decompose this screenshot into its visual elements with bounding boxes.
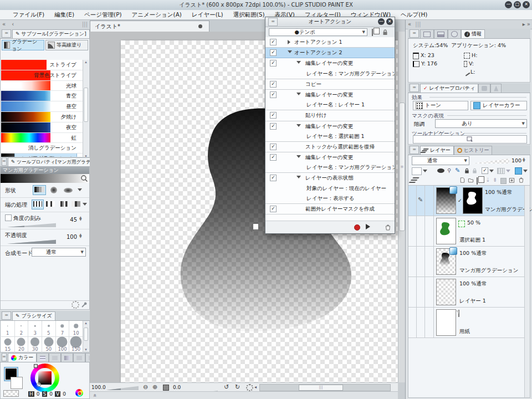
collapse-statusbar-icon[interactable]: «: [92, 393, 98, 397]
auto-action-row-13[interactable]: ✓レイヤーの表示状態: [265, 173, 395, 183]
subtool-panel-menu-icon[interactable]: ≡: [2, 29, 11, 38]
action-checkbox[interactable]: ✓: [270, 123, 277, 130]
maximize-button[interactable]: □: [514, 1, 521, 8]
shape-circle-button[interactable]: [47, 185, 60, 195]
brush-size-30[interactable]: 30: [28, 337, 42, 353]
action-checkbox[interactable]: ✓: [270, 175, 277, 181]
ruler-icon[interactable]: [497, 168, 505, 174]
tab-item-bank[interactable]: [448, 29, 461, 38]
collapse-arrow-icon[interactable]: [296, 124, 301, 127]
auto-action-row-12[interactable]: レイヤー名 : マンガ用グラデーション: [265, 162, 395, 173]
menu-item-5[interactable]: 選択範囲(S): [228, 10, 270, 19]
action-checkbox[interactable]: ✓: [270, 206, 277, 212]
horizontal-scrollbar[interactable]: |||: [259, 384, 391, 391]
layer-thumbnail[interactable]: [436, 309, 456, 336]
auto-action-row-14[interactable]: 対象のレイヤー : 現在のレイヤー: [265, 183, 395, 193]
transfer-down-icon[interactable]: ⇣: [485, 177, 490, 183]
prev-icon[interactable]: ‹: [7, 21, 14, 27]
new-layer-icon[interactable]: [459, 177, 466, 183]
record-action-icon[interactable]: [354, 224, 360, 231]
shape-dropdown-icon[interactable]: [78, 188, 82, 191]
action-checkbox[interactable]: ✓: [270, 49, 277, 56]
document-tab-modified-icon[interactable]: [198, 24, 202, 28]
action-checkbox[interactable]: ✓: [270, 154, 277, 161]
brush-size-3[interactable]: 3: [28, 321, 42, 337]
auto-action-window[interactable]: ≡ オートアクション — ✕ ●テンポ▼ ✓オートアクション 1✓オートアクショ…: [265, 17, 395, 234]
menu-item-1[interactable]: 編集(E): [49, 10, 79, 19]
layer-color-dropdown-icon[interactable]: [523, 170, 528, 172]
auto-action-row-4[interactable]: ✓コピー: [265, 79, 395, 90]
lock-transparent-icon[interactable]: [472, 167, 478, 174]
tone-effect-button[interactable]: トーン: [413, 101, 468, 110]
reset-view-icon[interactable]: [246, 384, 253, 391]
action-checkbox[interactable]: ✓: [270, 91, 277, 98]
duplicate-action-icon[interactable]: [251, 224, 252, 232]
brush-panel-menu-icon[interactable]: ≡: [2, 311, 11, 320]
layer-mask-thumbnail[interactable]: [463, 187, 483, 214]
close-button[interactable]: ✕: [523, 1, 530, 8]
rotation-value[interactable]: 0.0: [173, 385, 181, 390]
vertical-scrollbar[interactable]: ≡: [398, 32, 406, 382]
tab-brush-size[interactable]: ✎ ブラシサイズ: [12, 311, 55, 320]
auto-action-row-2[interactable]: ✓編集レイヤーの変更: [265, 58, 395, 68]
tab-layer[interactable]: レイヤー: [420, 146, 454, 155]
layer-color-toggle-icon[interactable]: [515, 167, 522, 175]
auto-action-add-set-icon[interactable]: [372, 29, 373, 36]
brush-size-150[interactable]: 150: [69, 337, 83, 353]
color-wheel-button[interactable]: [75, 389, 83, 397]
tab-approximate-color[interactable]: [73, 353, 85, 362]
gradient-preset-6[interactable]: 夜空: [1, 122, 83, 133]
hscroll-left-icon[interactable]: ◂: [254, 385, 257, 390]
create-mask-icon[interactable]: [500, 178, 507, 184]
angle-slider[interactable]: [7, 223, 56, 227]
right-dock-grip-icon[interactable]: |||: [413, 21, 421, 27]
auto-action-row-7[interactable]: ✓貼り付け: [265, 110, 395, 121]
layer-panel-menu-icon[interactable]: ≡: [410, 146, 419, 154]
layer-row-1[interactable]: 50 %選択範囲 1: [408, 216, 530, 247]
brush-size-2[interactable]: 2: [15, 321, 29, 337]
tab-3d-material[interactable]: [490, 84, 502, 93]
tool-navigation-button[interactable]: [413, 135, 527, 144]
collapse-arrow-icon[interactable]: [296, 176, 301, 178]
auto-action-minimize-icon[interactable]: —: [378, 18, 385, 25]
tab-decoration[interactable]: [478, 84, 490, 93]
brush-size-10[interactable]: 10: [69, 321, 83, 337]
lock-layer-icon[interactable]: [464, 167, 470, 174]
merge-down-icon[interactable]: ⇟: [493, 177, 497, 183]
mask-link-check-icon[interactable]: ✓: [458, 198, 462, 203]
auto-action-titlebar[interactable]: ≡ オートアクション — ✕: [265, 17, 395, 27]
brush-size-20[interactable]: 20: [15, 337, 29, 353]
vertical-scrollbar-thumb[interactable]: ≡: [399, 103, 405, 231]
transparent-color-swatch[interactable]: [3, 390, 19, 397]
minimize-button[interactable]: —: [505, 1, 512, 8]
background-color-swatch[interactable]: [11, 377, 23, 389]
layer-opacity-slider[interactable]: [473, 158, 509, 163]
collapse-arrow-icon[interactable]: [296, 93, 301, 95]
menu-item-9[interactable]: ヘルプ(H): [396, 10, 432, 19]
reset-settings-icon[interactable]: [71, 301, 79, 309]
tab-color-wheel[interactable]: カラー: [8, 353, 37, 362]
angle-spinner[interactable]: ▲▼: [79, 216, 82, 221]
document-tab[interactable]: イラスト*: [90, 21, 209, 32]
info-panel-menu-icon[interactable]: ≡: [410, 29, 419, 38]
opacity-slider[interactable]: [7, 239, 56, 244]
fit-to-screen-icon[interactable]: [163, 385, 169, 391]
edge-option-3[interactable]: [57, 200, 69, 209]
brush-size-50[interactable]: 50: [42, 337, 56, 353]
gradient-preset-0[interactable]: ストライプ: [1, 60, 83, 70]
auto-action-lock-icon[interactable]: [382, 29, 388, 35]
menu-item-3[interactable]: アニメーション(A): [127, 10, 187, 19]
tab-navigator[interactable]: [420, 29, 434, 38]
group-button-gradient[interactable]: グラデーション: [2, 40, 44, 50]
expand-arrow-icon[interactable]: [288, 40, 290, 44]
layer-row-3[interactable]: 100 %通常レイヤー 1: [408, 277, 530, 308]
mask-area-icon[interactable]: [437, 168, 444, 173]
tab-intermediate-color[interactable]: [61, 353, 73, 362]
opacity-spinner[interactable]: ▲▼: [79, 233, 82, 238]
auto-action-close-icon[interactable]: ✕: [386, 18, 393, 25]
auto-action-menu-icon[interactable]: ≡: [268, 18, 278, 26]
layerprop-panel-menu-icon[interactable]: ≡: [410, 84, 419, 92]
layer-opacity-spinner[interactable]: ▲▼: [523, 157, 525, 162]
gradient-preset-8[interactable]: 消しグラデーション: [1, 143, 83, 154]
shape-ellipse-button[interactable]: [62, 185, 75, 195]
